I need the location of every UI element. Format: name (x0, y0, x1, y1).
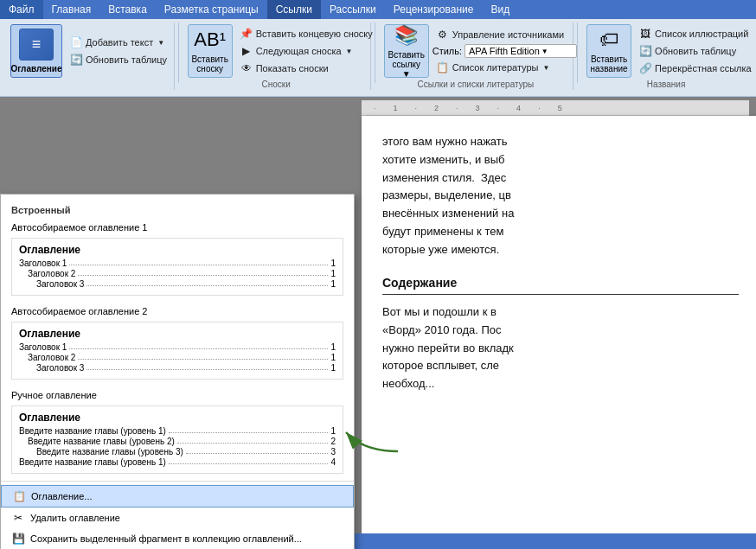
manual-toc-label[interactable]: Ручное оглавление (1, 386, 354, 404)
menu-references[interactable]: Ссылки (267, 0, 321, 19)
cross-ref-button[interactable]: 🔗 Перекрёстная ссылка (635, 61, 755, 76)
menu-file[interactable]: Файл (0, 0, 43, 19)
ruler-marks: ·1·2·3·4·5 (374, 104, 562, 112)
style-value: APA Fifth Edition (469, 46, 540, 56)
toc-action-save[interactable]: 💾 Сохранить выделенный фрагмент в коллек… (1, 528, 354, 549)
toc-action-open[interactable]: 📋 Оглавление... (1, 485, 354, 508)
citations-group-label: Ссылки и списки литературы (418, 78, 535, 89)
toc-dropdown-panel: Встроенный Автособираемое оглавление 1 О… (0, 194, 355, 549)
illustrations-list-button[interactable]: 🖼 Список иллюстраций (635, 26, 755, 41)
update-table2-button[interactable]: 🔄 Обновить таблицу (635, 43, 755, 59)
insert-endnote-button[interactable]: 📌 Вставить концевую сноску (236, 26, 376, 41)
citation-icon: 📚 (394, 24, 418, 47)
preview1-title: Оглавление (19, 244, 336, 256)
doc-heading: Содержание (382, 273, 739, 295)
ruler: ·1·2·3·4·5 (362, 100, 749, 116)
toc-action-delete[interactable]: ✂ Удалить оглавление (1, 508, 354, 528)
toc-open-icon: 📋 (12, 489, 26, 503)
preview2-row3: Заголовок 31 (36, 363, 336, 373)
toc-icon: ≡ (19, 29, 54, 61)
footnote-icon: AB¹ (194, 29, 226, 51)
menu-home[interactable]: Главная (43, 0, 100, 19)
update-icon: 🔄 (69, 53, 83, 67)
manage-sources-button[interactable]: ⚙ Управление источниками (432, 27, 577, 42)
menu-page-layout[interactable]: Разметка страницы (156, 0, 267, 19)
add-text-button[interactable]: 📄 Добавить текст▼ (66, 35, 170, 50)
next-icon: ▶ (240, 44, 253, 58)
preview1-row3: Заголовок 31 (36, 279, 336, 289)
menu-view[interactable]: Вид (482, 0, 518, 19)
toc-delete-icon: ✂ (11, 511, 25, 525)
menu-bar: Файл Главная Вставка Разметка страницы С… (0, 0, 756, 19)
toc-button[interactable]: ≡ Оглавление (10, 24, 62, 78)
builtin-label: Встроенный (1, 201, 354, 219)
preview2-title: Оглавление (19, 328, 336, 340)
update-table-button[interactable]: 🔄 Обновить таблицу (66, 52, 170, 67)
insert-citation-button[interactable]: 📚 Вставитьссылку ▼ (384, 24, 429, 78)
auto-toc2-preview: Оглавление Заголовок 11 Заголовок 21 Заг… (11, 322, 343, 380)
bibliography-button[interactable]: 📋 Список литературы▼ (432, 60, 577, 75)
insert-footnote-button[interactable]: AB¹ Вставитьсноску (188, 24, 233, 78)
menu-mailings[interactable]: Рассылки (321, 0, 385, 19)
toc-save-label: Сохранить выделенный фрагмент в коллекци… (30, 533, 302, 544)
document-area: ·1·2·3·4·5 этого вам нужно нажать хотите… (355, 97, 756, 533)
style-label: Стиль: (432, 46, 462, 56)
style-dropdown[interactable]: APA Fifth Edition ▼ (464, 44, 577, 58)
ribbon-group-toc: ≡ Оглавление 📄 Добавить текст▼ 🔄 Обновит… (5, 22, 175, 90)
manual-toc-preview: Оглавление Введите название главы (урове… (11, 405, 343, 474)
manual-preview-title: Оглавление (19, 412, 336, 424)
caption-icon: 🏷 (599, 29, 618, 51)
menu-review[interactable]: Рецензирование (385, 0, 483, 19)
show-icon: 👁 (240, 61, 253, 75)
ribbon-group-captions: 🏷 Вставитьназвание 🖼 Список иллюстраций … (581, 22, 751, 90)
bib-icon: 📋 (436, 61, 450, 74)
menu-insert[interactable]: Вставка (99, 0, 156, 19)
footnotes-label: Сноски (262, 78, 291, 89)
toc-delete-label: Удалить оглавление (30, 513, 120, 523)
captions-group-label: Названия (647, 78, 686, 89)
show-notes-button[interactable]: 👁 Показать сноски (236, 61, 376, 76)
toc-open-label: Оглавление... (31, 491, 93, 501)
manual-row4: Введите название главы (уровень 1)4 (19, 457, 336, 467)
ribbon-group-citations: 📚 Вставитьссылку ▼ ⚙ Управление источник… (379, 22, 573, 90)
auto-toc1-label[interactable]: Автособираемое оглавление 1 (1, 219, 354, 236)
insert-caption-button[interactable]: 🏷 Вставитьназвание (586, 24, 631, 78)
update2-icon: 🔄 (638, 44, 652, 58)
document-page: этого вам нужно нажать хотите изменить, … (362, 116, 756, 533)
endnote-icon: 📌 (240, 27, 253, 41)
auto-toc2-label[interactable]: Автособираемое оглавление 2 (1, 303, 354, 320)
auto-toc1-preview: Оглавление Заголовок 11 Заголовок 21 Заг… (11, 238, 343, 296)
add-text-icon: 📄 (69, 35, 83, 49)
sources-icon: ⚙ (436, 28, 450, 41)
crossref-icon: 🔗 (638, 61, 652, 75)
next-footnote-button[interactable]: ▶ Следующая сноска▼ (236, 43, 376, 59)
illustrations-icon: 🖼 (638, 27, 652, 41)
ribbon: ≡ Оглавление 📄 Добавить текст▼ 🔄 Обновит… (0, 19, 756, 97)
toc-save-icon: 💾 (11, 532, 25, 546)
ribbon-group-footnotes: AB¹ Вставитьсноску 📌 Вставить концевую с… (183, 22, 371, 90)
document-text-1: этого вам нужно нажать хотите изменить, … (382, 133, 739, 393)
